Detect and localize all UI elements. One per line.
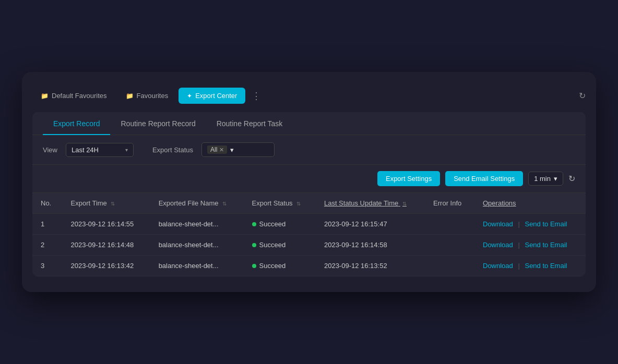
cell-last-update: 2023-09-12 16:14:58	[316, 235, 425, 256]
cell-error-info	[425, 235, 474, 256]
folder-icon-2: 📁	[126, 92, 134, 100]
send-to-email-link[interactable]: Send to Email	[525, 220, 567, 228]
download-link[interactable]: Download	[483, 262, 513, 270]
send-to-email-link[interactable]: Send to Email	[525, 241, 567, 249]
status-text: Succeed	[259, 220, 286, 228]
refresh-icon: ↻	[568, 174, 575, 183]
tag-close-icon[interactable]: ✕	[219, 147, 224, 153]
view-label: View	[43, 146, 57, 154]
more-options-button[interactable]: ⋮	[247, 88, 265, 104]
export-settings-button[interactable]: Export Settings	[377, 171, 440, 186]
status-dot	[252, 264, 256, 268]
top-refresh-icon[interactable]: ↻	[579, 91, 586, 101]
col-error-info: Error Info	[425, 193, 474, 214]
star-icon: ✦	[187, 92, 192, 100]
main-panel: Export Record Routine Report Record Rout…	[32, 112, 586, 276]
interval-arrow-icon: ▾	[554, 175, 557, 183]
tab-export-center-label: Export Center	[195, 92, 237, 100]
sub-tabs: Export Record Routine Report Record Rout…	[32, 112, 586, 135]
top-nav: 📁 Default Favourites 📁 Favourites ✦ Expo…	[32, 88, 586, 104]
cell-error-info	[425, 214, 474, 235]
sub-tab-routine-report-task[interactable]: Routine Report Task	[206, 112, 293, 135]
download-link[interactable]: Download	[483, 220, 513, 228]
cell-file-name: balance-sheet-det...	[150, 235, 244, 256]
cell-file-name: balance-sheet-det...	[150, 256, 244, 276]
interval-select[interactable]: 1 min ▾	[528, 172, 563, 186]
op-divider: |	[518, 262, 519, 270]
interval-value: 1 min	[534, 175, 551, 183]
sort-icon-4: ⇅	[402, 201, 407, 207]
status-text: Succeed	[259, 262, 286, 270]
col-export-time[interactable]: Export Time ⇅	[63, 193, 150, 214]
col-export-status[interactable]: Export Status ⇅	[244, 193, 316, 214]
sort-icon-3: ⇅	[296, 201, 301, 207]
cell-export-time: 2023-09-12 16:14:48	[63, 235, 150, 256]
sort-icon-2: ⇅	[222, 201, 227, 207]
cell-status: Succeed	[244, 214, 316, 235]
status-text: Succeed	[259, 241, 286, 249]
download-link[interactable]: Download	[483, 241, 513, 249]
op-divider: |	[518, 241, 519, 249]
cell-error-info	[425, 256, 474, 276]
tab-export-center[interactable]: ✦ Export Center	[179, 88, 245, 104]
cell-operations: Download | Send to Email	[474, 256, 586, 276]
tab-default-favourites[interactable]: 📁 Default Favourites	[32, 88, 115, 104]
status-arrow-icon: ▾	[230, 146, 234, 154]
export-table: No. Export Time ⇅ Exported File Name ⇅ E…	[32, 193, 586, 276]
col-no: No.	[32, 193, 63, 214]
op-divider: |	[518, 220, 519, 228]
send-to-email-link[interactable]: Send to Email	[525, 262, 567, 270]
cell-no: 3	[32, 256, 63, 276]
sub-tab-export-record[interactable]: Export Record	[43, 112, 110, 135]
sub-tab-routine-report-record[interactable]: Routine Report Record	[110, 112, 206, 135]
cell-no: 1	[32, 214, 63, 235]
cell-no: 2	[32, 235, 63, 256]
col-last-status-update-time[interactable]: Last Status Update Time ⇅	[316, 193, 425, 214]
tab-favourites[interactable]: 📁 Favourites	[117, 88, 177, 104]
table-row: 2 2023-09-12 16:14:48 balance-sheet-det.…	[32, 235, 586, 256]
table-row: 3 2023-09-12 16:13:42 balance-sheet-det.…	[32, 256, 586, 276]
view-value: Last 24H	[72, 146, 99, 154]
export-status-select[interactable]: All ✕ ▾	[201, 142, 275, 157]
cell-export-time: 2023-09-12 16:14:55	[63, 214, 150, 235]
cell-operations: Download | Send to Email	[474, 235, 586, 256]
col-exported-file-name[interactable]: Exported File Name ⇅	[150, 193, 244, 214]
cell-last-update: 2023-09-12 16:13:52	[316, 256, 425, 276]
cell-status: Succeed	[244, 256, 316, 276]
filters-row: View Last 24H ▾ Export Status All ✕ ▾	[32, 135, 586, 165]
cell-export-time: 2023-09-12 16:13:42	[63, 256, 150, 276]
app-container: 📁 Default Favourites 📁 Favourites ✦ Expo…	[22, 72, 596, 292]
status-dot	[252, 243, 256, 247]
sort-icon: ⇅	[111, 201, 115, 207]
table-refresh-button[interactable]: ↻	[568, 174, 575, 184]
cell-file-name: balance-sheet-det...	[150, 214, 244, 235]
cell-last-update: 2023-09-12 16:15:47	[316, 214, 425, 235]
cell-status: Succeed	[244, 235, 316, 256]
folder-icon: 📁	[41, 92, 49, 100]
view-select[interactable]: Last 24H ▾	[66, 143, 134, 157]
view-arrow-icon: ▾	[125, 147, 128, 153]
col-operations: Operations	[474, 193, 586, 214]
cell-operations: Download | Send to Email	[474, 214, 586, 235]
status-tag-all: All ✕	[207, 145, 227, 154]
tab-default-favourites-label: Default Favourites	[52, 92, 107, 100]
table-header-row: No. Export Time ⇅ Exported File Name ⇅ E…	[32, 193, 586, 214]
tab-favourites-label: Favourites	[137, 92, 169, 100]
export-status-label: Export Status	[152, 146, 193, 154]
status-dot	[252, 222, 256, 226]
table-row: 1 2023-09-12 16:14:55 balance-sheet-det.…	[32, 214, 586, 235]
toolbar-row: Export Settings Send Email Settings 1 mi…	[32, 165, 586, 193]
send-email-settings-button[interactable]: Send Email Settings	[445, 171, 523, 186]
